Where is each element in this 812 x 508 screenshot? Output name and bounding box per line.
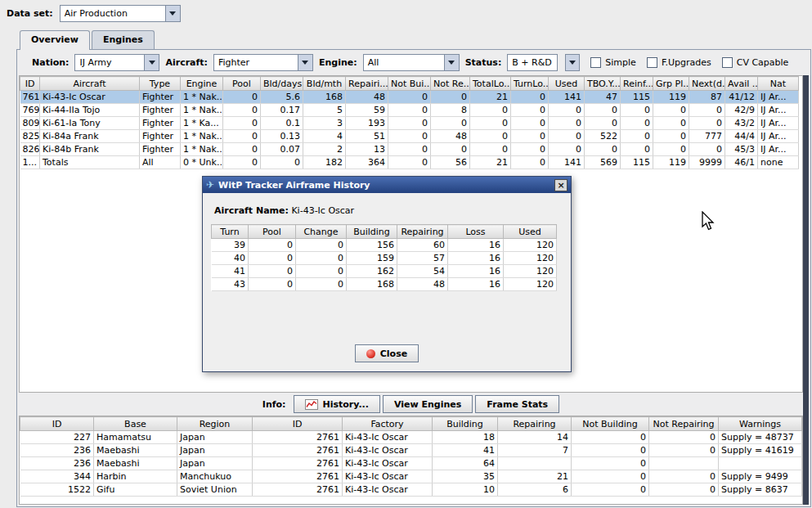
table-cell[interactable]: 21: [498, 470, 572, 483]
table-cell[interactable]: Ki-43-Ic Oscar: [343, 457, 433, 470]
table-cell[interactable]: 182: [303, 156, 346, 169]
checkbox-box-icon[interactable]: [722, 57, 733, 68]
column-header-pool[interactable]: Pool: [223, 77, 261, 91]
table-cell[interactable]: 364: [346, 156, 388, 169]
table-cell[interactable]: 522: [585, 130, 621, 143]
table-row[interactable]: 1522GifuSoviet Union2761Ki-43-Ic Oscar10…: [20, 483, 802, 497]
close-icon[interactable]: ×: [554, 179, 568, 191]
table-cell[interactable]: 0: [431, 91, 470, 104]
table-cell[interactable]: Supply = 41619: [719, 444, 802, 457]
table-cell[interactable]: 0: [511, 130, 549, 143]
column-header-turn[interactable]: Turn: [212, 225, 249, 239]
table-cell[interactable]: 0: [572, 483, 649, 497]
table-row[interactable]: 809Ki-61-Ia TonyFighter1 * Ka...00.13193…: [20, 117, 799, 130]
table-cell[interactable]: Fighter: [140, 91, 181, 104]
column-header-engine[interactable]: Engine: [181, 77, 223, 91]
close-button[interactable]: Close: [355, 344, 419, 362]
table-cell[interactable]: 2761: [253, 444, 343, 457]
table-cell[interactable]: 236: [20, 444, 94, 457]
table-cell[interactable]: [719, 457, 802, 470]
table-cell[interactable]: 0: [511, 91, 549, 104]
engine-dropdown[interactable]: All: [363, 54, 460, 71]
table-cell[interactable]: 46/1: [725, 156, 758, 169]
table-cell[interactable]: 0: [223, 91, 261, 104]
table-row[interactable]: 761Ki-43-Ic OscarFighter1 * Nak...05.616…: [20, 91, 799, 104]
table-cell[interactable]: 0: [511, 104, 549, 117]
table-cell[interactable]: 41/12: [725, 91, 758, 104]
status-dropdown-arrow-icon[interactable]: [565, 54, 580, 71]
table-cell[interactable]: IJ Ar...: [758, 104, 799, 117]
table-cell[interactable]: 0: [649, 470, 719, 483]
table-cell[interactable]: 21: [470, 91, 511, 104]
table-cell[interactable]: 0: [388, 143, 431, 156]
table-cell[interactable]: 16: [448, 278, 504, 291]
column-header-used[interactable]: Used: [504, 225, 557, 239]
table-cell[interactable]: 10: [433, 483, 498, 497]
dropdown-arrow-icon[interactable]: [165, 6, 180, 21]
table-cell[interactable]: 54: [397, 265, 448, 278]
table-cell[interactable]: 0.17: [261, 104, 303, 117]
table-cell[interactable]: 1 * Nak...: [181, 130, 223, 143]
table-cell[interactable]: 162: [347, 265, 397, 278]
table-cell[interactable]: 41: [212, 265, 249, 278]
table-cell[interactable]: 1...: [20, 156, 40, 169]
table-cell[interactable]: Ki-43-Ic Oscar: [343, 483, 433, 497]
table-cell[interactable]: 0: [223, 156, 261, 169]
table-cell[interactable]: 119: [653, 91, 689, 104]
table-cell[interactable]: 45/3: [725, 143, 758, 156]
table-cell[interactable]: 7: [498, 444, 572, 457]
table-cell[interactable]: 193: [346, 117, 388, 130]
column-header-repairi[interactable]: Repairi...: [346, 77, 388, 91]
column-header-avail[interactable]: Avail ...: [725, 77, 758, 91]
table-cell[interactable]: 21: [470, 156, 511, 169]
table-cell[interactable]: 0: [585, 117, 621, 130]
table-cell[interactable]: Totals: [40, 156, 140, 169]
table-cell[interactable]: 59: [346, 104, 388, 117]
table-cell[interactable]: 0: [649, 431, 719, 444]
table-cell[interactable]: 2761: [253, 431, 343, 444]
table-cell[interactable]: 0: [572, 457, 649, 470]
table-cell[interactable]: Maebashi: [94, 444, 177, 457]
table-cell[interactable]: 0.07: [261, 143, 303, 156]
frame-stats-button[interactable]: Frame Stats: [475, 395, 559, 413]
table-cell[interactable]: 168: [347, 278, 397, 291]
table-cell[interactable]: 2761: [253, 457, 343, 470]
table-cell[interactable]: Ki-61-Ia Tony: [40, 117, 140, 130]
table-row[interactable]: 1...TotalsAll0 * Unk...00182364056210141…: [20, 156, 799, 169]
table-row[interactable]: 825Ki-84a FrankFighter1 * Nak...00.13451…: [20, 130, 799, 143]
table-cell[interactable]: 1522: [20, 483, 94, 497]
table-row[interactable]: 39001566016120: [212, 239, 557, 252]
column-header-nat[interactable]: Nat: [758, 77, 799, 91]
table-cell[interactable]: IJ Ar...: [758, 143, 799, 156]
table-cell[interactable]: Japan: [177, 444, 253, 457]
table-cell[interactable]: 826: [20, 143, 40, 156]
table-cell[interactable]: 87: [689, 91, 725, 104]
table-cell[interactable]: 48: [397, 278, 448, 291]
table-cell[interactable]: 51: [346, 130, 388, 143]
table-cell[interactable]: 120: [504, 252, 557, 265]
table-cell[interactable]: 18: [433, 431, 498, 444]
column-header-pool[interactable]: Pool: [249, 225, 296, 239]
table-cell[interactable]: 0.13: [261, 130, 303, 143]
table-cell[interactable]: Ki-84a Frank: [40, 130, 140, 143]
table-cell[interactable]: 120: [504, 239, 557, 252]
table-cell[interactable]: Ki-44-IIa Tojo: [40, 104, 140, 117]
table-cell[interactable]: 0: [585, 104, 621, 117]
table-cell[interactable]: 0: [470, 117, 511, 130]
table-cell[interactable]: 115: [621, 156, 653, 169]
column-header-aircraft[interactable]: Aircraft: [40, 77, 140, 91]
dropdown-arrow-icon[interactable]: [298, 55, 312, 70]
table-cell[interactable]: Fighter: [140, 143, 181, 156]
column-header-id[interactable]: ID: [20, 417, 94, 431]
f-upgrades-checkbox[interactable]: F.Upgrades: [647, 57, 711, 68]
table-row[interactable]: 236MaebashiJapan2761Ki-43-Ic Oscar640: [20, 457, 802, 470]
history-button[interactable]: History...: [294, 395, 380, 413]
table-cell[interactable]: 0: [431, 117, 470, 130]
table-row[interactable]: 826Ki-84b FrankFighter1 * Nak...00.07213…: [20, 143, 799, 156]
column-header-next-d[interactable]: Next(d...: [689, 77, 725, 91]
table-cell[interactable]: Ki-84b Frank: [40, 143, 140, 156]
table-cell[interactable]: 0: [585, 143, 621, 156]
table-cell[interactable]: 47: [585, 91, 621, 104]
table-cell[interactable]: 43/2: [725, 117, 758, 130]
table-cell[interactable]: Manchukuo: [177, 470, 253, 483]
